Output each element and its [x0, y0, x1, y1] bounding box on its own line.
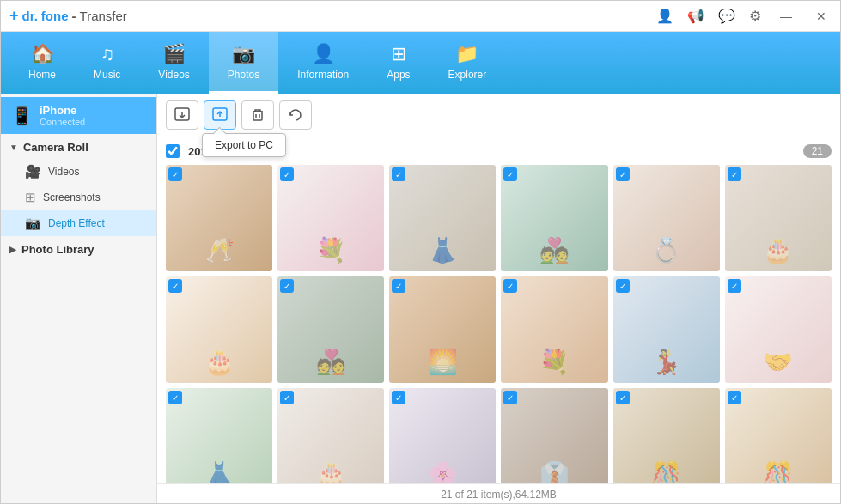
sidebar-item-depth-effect[interactable]: 📷 Depth Effect	[1, 210, 156, 236]
photo-checkbox-11[interactable]: ✓	[616, 279, 630, 293]
sidebar-item-videos-label: Videos	[48, 166, 79, 178]
inbox-icon[interactable]: 📢	[687, 8, 704, 24]
photo-figure-2: 💐	[316, 236, 346, 264]
photo-item-1[interactable]: ✓🥂	[166, 165, 272, 271]
photo-checkbox-6[interactable]: ✓	[728, 167, 741, 181]
photo-figure-13: 👗	[204, 460, 235, 484]
nav-tab-music[interactable]: ♫ Music	[75, 32, 139, 94]
photo-checkbox-3[interactable]: ✓	[392, 167, 405, 181]
photo-item-11[interactable]: ✓💃	[613, 276, 720, 383]
photo-item-9[interactable]: ✓🌅	[389, 276, 496, 383]
sidebar-section-photo-library[interactable]: ▶ Photo Library	[1, 236, 156, 261]
music-icon: ♫	[100, 43, 114, 65]
export-button[interactable]	[204, 100, 236, 130]
photo-item-7[interactable]: ✓🎂	[166, 276, 272, 383]
photo-checkbox-7[interactable]: ✓	[168, 279, 182, 293]
photo-item-16[interactable]: ✓👔	[501, 388, 607, 483]
nav-label-information: Information	[297, 69, 349, 81]
export-tooltip: Export to PC	[202, 133, 286, 157]
photo-item-2[interactable]: ✓💐	[277, 165, 384, 271]
explorer-icon: 📁	[455, 43, 478, 65]
nav-label-apps: Apps	[387, 69, 410, 81]
nav-tab-videos[interactable]: 🎬 Videos	[139, 32, 208, 94]
sidebar-section-camera-roll[interactable]: ▼ Camera Roll	[1, 134, 156, 159]
nav-tab-home[interactable]: 🏠 Home	[9, 32, 75, 94]
close-button[interactable]: ✕	[811, 8, 832, 25]
nav-bar: 🏠 Home ♫ Music 🎬 Videos 📷 Photos 👤 Infor…	[1, 32, 840, 94]
photo-figure-12: 🤝	[763, 348, 793, 376]
expand-icon: ▼	[9, 143, 18, 152]
photo-item-14[interactable]: ✓🎂	[277, 388, 384, 483]
refresh-button[interactable]	[279, 100, 312, 130]
import-button[interactable]	[166, 100, 198, 130]
photo-item-5[interactable]: ✓💍	[613, 165, 720, 271]
photo-checkbox-14[interactable]: ✓	[280, 391, 294, 404]
photo-checkbox-15[interactable]: ✓	[392, 391, 405, 404]
photo-checkbox-1[interactable]: ✓	[168, 167, 182, 181]
photo-figure-5: 💍	[651, 236, 681, 264]
sidebar-item-screenshots[interactable]: ⊞ Screenshots	[1, 185, 156, 210]
photo-checkbox-10[interactable]: ✓	[503, 279, 517, 293]
apps-icon: ⊞	[391, 43, 406, 65]
sidebar-item-depth-effect-label: Depth Effect	[48, 217, 105, 229]
photo-item-10[interactable]: ✓💐	[501, 276, 607, 383]
photo-item-18[interactable]: ✓🎊	[725, 388, 832, 483]
photo-item-12[interactable]: ✓🤝	[725, 276, 832, 383]
photo-item-13[interactable]: ✓👗	[166, 388, 272, 483]
sidebar-item-videos[interactable]: 🎥 Videos	[1, 159, 156, 185]
title-bar-controls: 👤 📢 💬 ⚙ — ✕	[656, 8, 832, 25]
photo-checkbox-8[interactable]: ✓	[280, 279, 294, 293]
nav-label-explorer: Explorer	[448, 69, 487, 81]
device-header: 📱 iPhone Connected	[1, 97, 156, 134]
photo-figure-9: 🌅	[428, 348, 458, 376]
photo-checkbox-13[interactable]: ✓	[168, 391, 182, 404]
camera-roll-label: Camera Roll	[23, 141, 88, 154]
photo-checkbox-12[interactable]: ✓	[728, 279, 741, 293]
videos-sidebar-icon: 🎥	[25, 164, 41, 179]
photo-figure-8: 💑	[316, 348, 346, 376]
collapsed-icon: ▶	[9, 245, 16, 254]
photo-checkbox-4[interactable]: ✓	[503, 167, 517, 181]
svg-rect-4	[253, 112, 262, 120]
delete-button[interactable]	[241, 100, 274, 130]
status-text: 21 of 21 item(s),64.12MB	[441, 489, 557, 501]
nav-label-photos: Photos	[228, 69, 259, 81]
photo-figure-1: 🥂	[204, 236, 235, 264]
nav-tab-information[interactable]: 👤 Information	[278, 32, 368, 94]
minimize-button[interactable]: —	[775, 8, 797, 25]
user-icon[interactable]: 👤	[656, 8, 673, 24]
photo-section[interactable]: 2017-10-20 21 ✓🥂✓💐✓👗✓💑✓💍✓🎂✓🎂✓💑✓🌅✓💐✓💃✓🤝✓👗…	[157, 137, 840, 483]
nav-tab-photos[interactable]: 📷 Photos	[209, 32, 278, 94]
photo-item-3[interactable]: ✓👗	[389, 165, 496, 271]
photo-figure-3: 👗	[428, 236, 458, 264]
main-layout: 📱 iPhone Connected ▼ Camera Roll 🎥 Video…	[1, 94, 840, 504]
photo-item-17[interactable]: ✓🎊	[613, 388, 720, 483]
photo-item-6[interactable]: ✓🎂	[725, 165, 832, 271]
photo-checkbox-18[interactable]: ✓	[728, 391, 741, 404]
nav-tab-apps[interactable]: ⊞ Apps	[368, 32, 429, 94]
photo-checkbox-16[interactable]: ✓	[503, 391, 517, 404]
settings-icon[interactable]: ⚙	[749, 8, 761, 24]
photo-checkbox-5[interactable]: ✓	[616, 167, 630, 181]
iphone-icon: 📱	[11, 106, 33, 126]
photo-figure-11: 💃	[651, 348, 681, 376]
photo-figure-17: 🎊	[651, 460, 681, 483]
nav-tab-explorer[interactable]: 📁 Explorer	[430, 32, 506, 94]
photo-checkbox-9[interactable]: ✓	[392, 279, 405, 293]
photo-checkbox-2[interactable]: ✓	[280, 167, 294, 181]
chat-icon[interactable]: 💬	[718, 8, 735, 24]
photo-item-4[interactable]: ✓💑	[501, 165, 607, 271]
photo-figure-7: 🎂	[204, 348, 235, 376]
photo-item-15[interactable]: ✓🌸	[389, 388, 496, 483]
device-status: Connected	[40, 117, 85, 127]
photo-grid: ✓🥂✓💐✓👗✓💑✓💍✓🎂✓🎂✓💑✓🌅✓💐✓💃✓🤝✓👗✓🎂✓🌸✓👔✓🎊✓🎊	[166, 165, 832, 483]
toolbar: Export to PC	[157, 94, 840, 137]
logo-transfer: Transfer	[80, 9, 127, 23]
nav-label-music: Music	[94, 69, 120, 81]
title-bar: + dr.fone -Transfer 👤 📢 💬 ⚙ — ✕	[1, 1, 840, 32]
photo-figure-15: 🌸	[428, 460, 458, 484]
photo-figure-10: 💐	[539, 348, 570, 376]
photo-checkbox-17[interactable]: ✓	[616, 391, 630, 404]
photo-item-8[interactable]: ✓💑	[277, 276, 384, 383]
date-select-all-checkbox[interactable]	[166, 144, 180, 158]
